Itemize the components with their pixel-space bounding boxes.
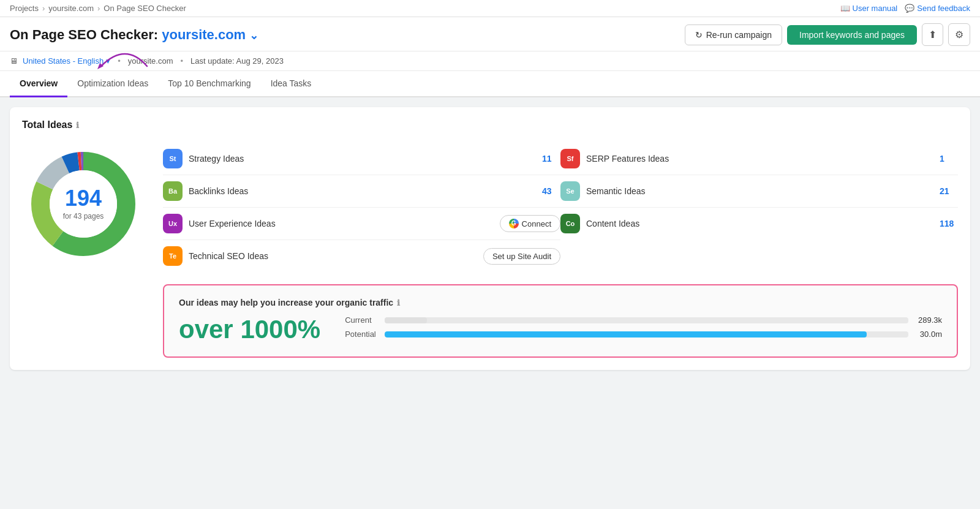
breadcrumb: Projects › yoursite.com › On Page SEO Ch… bbox=[10, 4, 186, 13]
refresh-icon: ↻ bbox=[695, 30, 703, 40]
strategy-ideas-row: St Strategy Ideas 11 bbox=[163, 143, 560, 175]
potential-bar-fill bbox=[385, 331, 866, 337]
user-manual-link[interactable]: 📖 User manual bbox=[840, 4, 898, 13]
book-icon: 📖 bbox=[840, 4, 850, 13]
top-bar: Projects › yoursite.com › On Page SEO Ch… bbox=[0, 0, 980, 17]
technical-badge: Te bbox=[163, 246, 183, 266]
ux-badge: Ux bbox=[163, 214, 183, 233]
traffic-title-text: Our ideas may help you increase your org… bbox=[179, 298, 393, 307]
monitor-icon: 🖥 bbox=[10, 56, 18, 66]
breadcrumb-projects[interactable]: Projects bbox=[10, 4, 39, 13]
donut-number: 194 bbox=[63, 187, 104, 209]
serp-ideas-row: Sf SERP Features Ideas 1 bbox=[560, 143, 958, 175]
gear-icon: ⚙ bbox=[955, 29, 963, 40]
potential-label: Potential bbox=[345, 330, 379, 339]
tab-overview[interactable]: Overview bbox=[10, 71, 67, 97]
semantic-label: Semantic Ideas bbox=[586, 186, 933, 196]
google-g-icon: G bbox=[509, 219, 519, 228]
technical-seo-row: Te Technical SEO Ideas Set up Site Audit bbox=[163, 240, 560, 272]
donut-sublabel: for 43 pages bbox=[63, 212, 104, 221]
strategy-count[interactable]: 11 bbox=[542, 154, 560, 164]
breadcrumb-domain[interactable]: yoursite.com bbox=[48, 4, 94, 13]
backlinks-label: Backlinks Ideas bbox=[189, 186, 536, 196]
backlinks-count[interactable]: 43 bbox=[542, 186, 560, 196]
rerun-button[interactable]: ↻ Re-run campaign bbox=[685, 25, 782, 45]
potential-value: 30.0m bbox=[914, 330, 942, 339]
last-update-label: Last update: Aug 29, 2023 bbox=[190, 56, 284, 66]
serp-badge: Sf bbox=[560, 149, 580, 168]
main-content: Total Ideas ℹ bbox=[0, 97, 980, 380]
traffic-box: Our ideas may help you increase your org… bbox=[163, 284, 958, 358]
breadcrumb-current: On Page SEO Checker bbox=[104, 4, 186, 13]
donut-chart: 194 for 43 pages bbox=[22, 143, 145, 265]
current-value: 289.3k bbox=[914, 315, 942, 325]
tab-top10[interactable]: Top 10 Benchmarking bbox=[158, 71, 260, 97]
current-bar-track bbox=[385, 317, 908, 323]
current-bar-row: Current 289.3k bbox=[345, 315, 942, 325]
card-title-text: Total Ideas bbox=[22, 119, 72, 130]
semantic-count[interactable]: 21 bbox=[940, 186, 958, 196]
feedback-icon: 💬 bbox=[905, 4, 914, 13]
strategy-badge: St bbox=[163, 149, 183, 168]
traffic-info-icon[interactable]: ℹ bbox=[397, 298, 400, 307]
donut-section: 194 for 43 pages bbox=[22, 143, 145, 265]
site-name-link[interactable]: yoursite.com bbox=[162, 27, 246, 42]
ux-ideas-row: Ux User Experience Ideas G Connect bbox=[163, 208, 560, 240]
traffic-percent: over 1000% bbox=[179, 315, 320, 344]
semantic-ideas-row: Se Semantic Ideas 21 bbox=[560, 175, 958, 208]
potential-bar-track bbox=[385, 331, 908, 337]
content-label: Content Ideas bbox=[586, 219, 933, 228]
strategy-label: Strategy Ideas bbox=[189, 154, 536, 164]
tab-optimization-ideas[interactable]: Optimization Ideas bbox=[67, 71, 158, 97]
ideas-grid: St Strategy Ideas 11 Ba Backlinks Ideas … bbox=[163, 143, 958, 272]
current-label: Current bbox=[345, 315, 379, 325]
setup-site-audit-button[interactable]: Set up Site Audit bbox=[483, 248, 560, 265]
dropdown-arrow-icon[interactable]: ⌄ bbox=[249, 29, 258, 42]
semantic-badge: Se bbox=[560, 181, 580, 201]
upload-icon: ⬆ bbox=[929, 29, 937, 40]
tabs-container: Overview Optimization Ideas Top 10 Bench… bbox=[0, 71, 980, 97]
content-badge: Co bbox=[560, 214, 580, 233]
arrow-annotation bbox=[89, 29, 162, 72]
current-bar-fill bbox=[385, 317, 426, 323]
technical-label: Technical SEO Ideas bbox=[189, 251, 477, 261]
backlinks-ideas-row: Ba Backlinks Ideas 43 bbox=[163, 175, 560, 208]
potential-bar-row: Potential 30.0m bbox=[345, 330, 942, 339]
send-feedback-link[interactable]: 💬 Send feedback bbox=[905, 4, 970, 13]
settings-button[interactable]: ⚙ bbox=[948, 23, 970, 46]
connect-button[interactable]: G Connect bbox=[500, 215, 560, 232]
content-ideas-row: Co Content Ideas 118 bbox=[560, 208, 958, 239]
import-button[interactable]: Import keywords and pages bbox=[787, 25, 917, 45]
tab-idea-tasks[interactable]: Idea Tasks bbox=[261, 71, 322, 97]
backlinks-badge: Ba bbox=[163, 181, 183, 201]
serp-label: SERP Features Ideas bbox=[586, 154, 933, 164]
export-button[interactable]: ⬆ bbox=[922, 23, 943, 46]
total-ideas-card: Total Ideas ℹ bbox=[10, 107, 970, 370]
ux-label: User Experience Ideas bbox=[189, 219, 494, 228]
content-count[interactable]: 118 bbox=[940, 219, 958, 228]
info-icon[interactable]: ℹ bbox=[76, 121, 79, 130]
serp-count[interactable]: 1 bbox=[940, 154, 958, 164]
